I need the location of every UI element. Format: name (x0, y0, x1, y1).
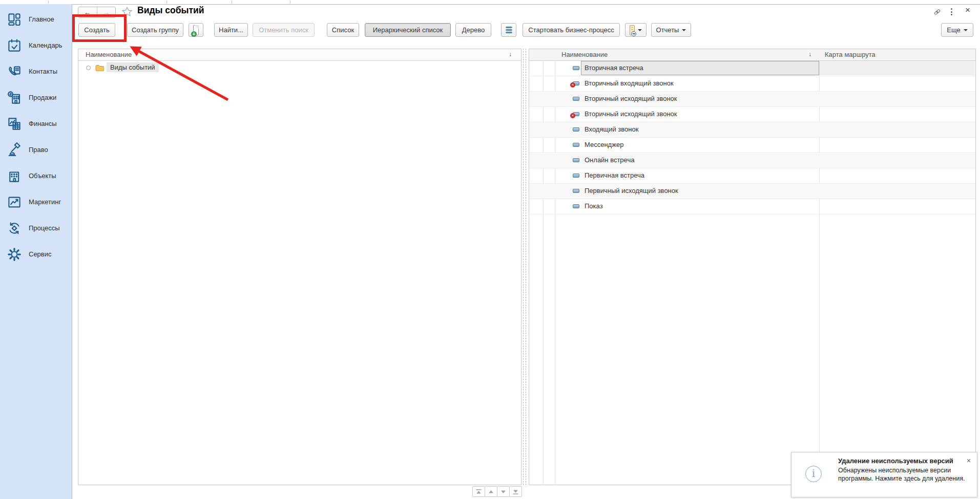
table-row[interactable]: ✕Вторичный исходящий звонок (529, 107, 975, 122)
get-link-icon[interactable] (932, 8, 942, 18)
item-marked-for-deletion-icon: ✕ (573, 81, 579, 85)
processes-icon (7, 221, 22, 236)
panel-splitter[interactable] (523, 49, 526, 485)
strip-separator (166, 1, 167, 4)
application-window: ГлавноеКалендарьКонтакты₽ПродажиФинансыП… (0, 0, 980, 499)
cancel-search-button[interactable]: Отменить поиск (253, 23, 315, 37)
go-previous-button[interactable] (485, 486, 497, 497)
strip-separator (48, 1, 49, 4)
table-row[interactable]: Показ (529, 199, 975, 214)
sidebar-item-marketing[interactable]: Маркетинг (0, 189, 72, 215)
sales-icon: ₽ (7, 90, 22, 105)
go-first-button[interactable] (472, 486, 485, 497)
favorite-star-icon[interactable] (121, 6, 133, 17)
forward-button[interactable]: → (97, 7, 116, 17)
notification-title: Удаление неиспользуемых версий (838, 457, 953, 465)
reports-button[interactable]: Отчеты (651, 23, 691, 37)
tree-view-button[interactable]: Дерево (455, 23, 491, 37)
groups-panel: Наименование ↓ Виды событий (78, 49, 522, 485)
table-row[interactable]: Вторичный исходящий звонок (529, 92, 975, 107)
event-types-header[interactable]: Наименование ↓ Карта маршрута (529, 49, 975, 61)
contacts-icon (7, 64, 22, 79)
notification-close-icon[interactable]: × (967, 457, 971, 465)
deletion-mark-icon: ✕ (570, 113, 575, 118)
table-row[interactable]: Входящий звонок (529, 122, 975, 138)
create-based-on-icon-button[interactable] (625, 23, 647, 37)
sidebar-item-label: Маркетинг (29, 198, 61, 206)
more-label: Еще (947, 26, 960, 34)
back-button[interactable]: ← (78, 7, 97, 17)
sidebar-item-sales[interactable]: ₽Продажи (0, 84, 72, 111)
dropdown-caret-icon (682, 29, 686, 33)
strip-separator (290, 1, 290, 4)
table-row[interactable]: ✕Вторичный входящий звонок (529, 76, 975, 92)
list-pager (473, 486, 522, 497)
hierarchical-list-view-button[interactable]: Иерархический список (365, 23, 451, 37)
sidebar-item-label: Продажи (29, 94, 56, 101)
history-nav: ← → (78, 7, 116, 18)
sidebar-item-law[interactable]: Право (0, 137, 72, 163)
marketing-icon (7, 194, 22, 210)
dashboard-icon (7, 12, 22, 27)
sidebar-item-finance[interactable]: Финансы (0, 111, 72, 137)
event-type-name: Мессенджер (585, 141, 623, 148)
item-icon (573, 127, 579, 132)
group-row[interactable]: Виды событий (78, 61, 521, 75)
notification-popup[interactable]: i Удаление неиспользуемых версий Обнаруж… (791, 452, 977, 497)
event-types-panel: Наименование ↓ Карта маршрута Вторичная … (529, 49, 976, 485)
table-row[interactable]: Первичная встреча (529, 168, 975, 184)
sidebar-item-processes[interactable]: Процессы (0, 215, 72, 241)
folder-icon (95, 64, 104, 73)
sidebar-item-dashboard[interactable]: Главное (0, 6, 72, 32)
table-row[interactable]: Первичный исходящий звонок (529, 184, 975, 199)
column-header-route-map: Карта маршрута (825, 51, 875, 58)
groups-column-header[interactable]: Наименование ↓ (78, 49, 521, 61)
close-icon[interactable]: × (965, 5, 970, 15)
sidebar-item-contacts[interactable]: Контакты (0, 58, 72, 84)
dropdown-caret-icon (638, 29, 642, 33)
info-icon: i (805, 466, 822, 482)
sidebar-item-label: Контакты (29, 68, 57, 75)
start-business-process-button[interactable]: Стартовать бизнес-процесс (523, 23, 620, 37)
tree-expander-icon[interactable] (86, 66, 91, 70)
event-type-name: Вторичная встреча (585, 64, 643, 72)
column-header-label: Наименование (86, 51, 132, 58)
sidebar-item-objects[interactable]: Объекты (0, 163, 72, 189)
table-row[interactable]: Мессенджер (529, 138, 975, 153)
law-icon (7, 142, 22, 158)
event-type-rows: Вторичная встреча✕Вторичный входящий зво… (529, 61, 975, 214)
item-icon (573, 66, 579, 70)
sidebar-item-calendar[interactable]: Календарь (0, 32, 72, 58)
svg-text:₽: ₽ (9, 92, 12, 96)
create-new-element-icon-button[interactable]: + (189, 23, 203, 37)
objects-icon (7, 168, 22, 184)
table-row[interactable]: Вторичная встреча (529, 61, 975, 76)
kebab-menu-icon[interactable] (951, 8, 952, 15)
sort-descending-icon: ↓ (808, 51, 811, 58)
event-type-name: Вторичный исходящий звонок (585, 110, 677, 118)
more-button[interactable]: Еще (941, 23, 973, 37)
create-button[interactable]: Создать (78, 23, 115, 37)
table-row[interactable]: Онлайн встреча (529, 153, 975, 168)
event-type-name: Вторичный входящий звонок (585, 79, 674, 87)
register-records-icon-button[interactable] (501, 23, 516, 37)
list-view-button[interactable]: Список (327, 23, 359, 37)
item-icon (573, 158, 579, 162)
sidebar-item-label: Объекты (29, 172, 56, 180)
sidebar-item-label: Финансы (29, 120, 57, 127)
find-button[interactable]: Найти... (214, 23, 248, 37)
go-last-button[interactable] (509, 486, 522, 497)
item-icon (573, 204, 579, 208)
item-icon (573, 173, 579, 178)
event-type-name: Онлайн встреча (585, 156, 634, 164)
deletion-mark-icon: ✕ (570, 82, 575, 88)
sidebar-items: ГлавноеКалендарьКонтакты₽ПродажиФинансыП… (0, 4, 72, 267)
event-type-name: Входящий звонок (585, 125, 638, 133)
sidebar-item-label: Процессы (29, 224, 60, 232)
go-next-button[interactable] (497, 486, 510, 497)
stack-icon (506, 27, 512, 34)
create-group-button[interactable]: Создать группу (127, 23, 183, 37)
sidebar-item-service[interactable]: Сервис (0, 241, 72, 267)
finance-icon (7, 116, 22, 132)
sidebar: ГлавноеКалендарьКонтакты₽ПродажиФинансыП… (0, 4, 72, 499)
